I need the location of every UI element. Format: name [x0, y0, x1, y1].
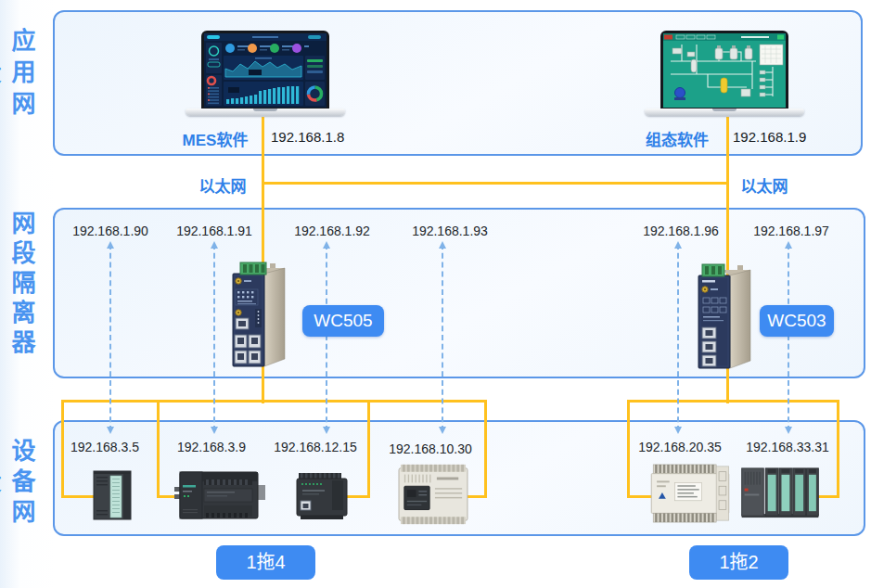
- wc503-model-badge: WC503: [760, 305, 834, 337]
- wc505-ip-2: 192.168.1.91: [163, 224, 265, 238]
- wc505-gateway-device: [227, 261, 288, 374]
- device-ip-4: 192.168.10.30: [377, 441, 484, 456]
- wc503-ip-2: 192.168.1.97: [740, 224, 842, 238]
- scada-hmi-graphic: [663, 33, 786, 108]
- plc-device-2: [174, 467, 265, 524]
- line-bus-left: [61, 400, 487, 403]
- line-bus-right: [627, 400, 839, 403]
- wc503-ip-1: 192.168.1.96: [630, 224, 732, 238]
- device-ip-2: 192.168.3.9: [158, 440, 265, 454]
- mes-laptop: [186, 31, 345, 120]
- wc505-ip-3: 192.168.1.92: [281, 224, 383, 238]
- scada-laptop-base: [645, 109, 804, 116]
- plc-device-4: [396, 461, 470, 528]
- section-label-device: 设备网段: [4, 425, 39, 542]
- line-stub-left-1: [61, 495, 95, 498]
- ratio-badge-right: 1拖2: [689, 545, 788, 580]
- device-ip-6: 192.168.33.31: [734, 440, 841, 454]
- line-ethernet-horizontal: [262, 182, 729, 185]
- mes-dashboard-graphic: [204, 33, 327, 108]
- map-arrow-6: [788, 244, 789, 431]
- wc503-gateway-device: [691, 262, 756, 376]
- device-ip-5: 192.168.20.35: [626, 440, 734, 454]
- map-arrow-2: [213, 244, 215, 431]
- ratio-badge-left: 1拖4: [216, 545, 315, 580]
- scada-ip: 192.168.1.9: [733, 129, 806, 145]
- plc-device-5: [648, 463, 732, 524]
- device-ip-3: 192.168.12.15: [262, 440, 369, 454]
- map-arrow-1: [109, 244, 111, 431]
- scada-laptop-screen: [660, 31, 788, 110]
- ethernet-label-left: 以太网: [195, 173, 250, 197]
- mes-laptop-screen: [201, 31, 329, 110]
- mes-ip: 192.168.1.8: [271, 129, 344, 145]
- plc-device-3: [293, 469, 351, 521]
- section-label-application: 应用网段: [4, 14, 39, 136]
- plc-device-1: [92, 467, 136, 521]
- map-arrow-5: [677, 244, 679, 431]
- device-ip-1: 192.168.3.5: [51, 440, 159, 454]
- line-drop-left-4: [484, 400, 487, 498]
- wc505-ip-4: 192.168.1.93: [399, 224, 501, 238]
- wc505-ip-1: 192.168.1.90: [59, 224, 161, 238]
- mes-software-label: MES软件: [171, 127, 260, 150]
- wc505-model-badge: WC505: [302, 305, 384, 337]
- plc-device-6: [739, 465, 821, 521]
- scada-software-label: 组态软件: [636, 127, 718, 150]
- scada-laptop: [645, 31, 804, 120]
- ethernet-label-right: 以太网: [738, 173, 790, 197]
- map-arrow-4: [442, 244, 443, 431]
- map-arrow-3: [326, 244, 327, 431]
- section-label-isolator: 网段隔离器: [4, 211, 39, 359]
- mes-laptop-base: [186, 109, 345, 116]
